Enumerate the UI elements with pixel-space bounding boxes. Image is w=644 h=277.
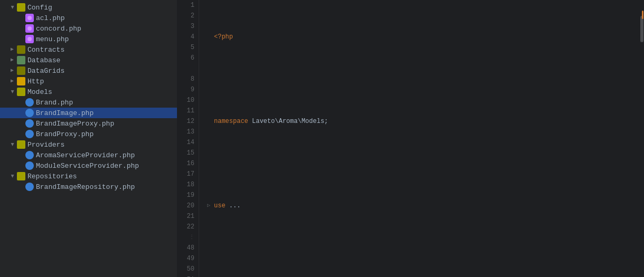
arrow-icon: ▶ <box>8 46 16 53</box>
sidebar-item-label: Config <box>27 4 52 12</box>
sidebar-item-label: BrandImageProxy.php <box>36 120 114 128</box>
sidebar-item-database[interactable]: ▶ Database <box>0 55 177 65</box>
folder-icon <box>17 56 25 64</box>
code-line: <?php <box>204 32 634 42</box>
sidebar-item-models[interactable]: ▶ Models <box>0 87 177 97</box>
file-icon <box>25 130 34 138</box>
sidebar-item-label: Models <box>27 88 52 96</box>
file-icon <box>25 161 34 170</box>
code-content[interactable]: <?php namespace Laveto\Aroma\Models; ▷ u… <box>199 0 640 277</box>
file-icon <box>25 109 34 117</box>
php-icon <box>25 35 34 43</box>
sidebar-item-label: AromaServiceProvider.php <box>36 151 135 159</box>
code-line <box>204 158 634 169</box>
sidebar-item-brandimagerepository[interactable]: ▶ BrandImageRepository.php <box>0 182 177 192</box>
folder-icon <box>17 77 25 85</box>
sidebar-item-brandimageproxy[interactable]: ▶ BrandImageProxy.php <box>0 118 177 129</box>
code-line <box>204 74 634 84</box>
sidebar-item-label: BrandProxy.php <box>36 130 94 138</box>
sidebar-item-label: acl.php <box>36 14 65 22</box>
arrow-icon: ▶ <box>8 67 16 74</box>
arrow-icon: ▶ <box>8 78 16 85</box>
sidebar-item-providers[interactable]: ▶ Providers <box>0 139 177 150</box>
file-icon <box>25 98 34 107</box>
sidebar-item-repositories[interactable]: ▶ Repositories <box>0 171 177 182</box>
gutter <box>204 244 213 252</box>
folder-icon <box>17 66 25 75</box>
sidebar-item-datagrids[interactable]: ▶ DataGrids <box>0 65 177 76</box>
folder-icon <box>17 172 25 180</box>
gutter <box>204 159 213 168</box>
gutter <box>204 117 213 126</box>
php-icon <box>25 24 34 33</box>
sidebar-item-aromaserviceprovider[interactable]: ▶ AromaServiceProvider.php <box>0 150 177 160</box>
code-line: namespace Laveto\Aroma\Models; <box>204 116 634 127</box>
sidebar-item-moduleserviceprovider[interactable]: ▶ ModuleServiceProvider.php <box>0 160 177 171</box>
folder-icon <box>17 88 25 96</box>
sidebar-item-label: Repositories <box>27 173 77 180</box>
sidebar-item-config[interactable]: ▶ Config <box>0 2 177 13</box>
sidebar-item-brand[interactable]: ▶ Brand.php <box>0 97 177 108</box>
php-icon <box>25 14 34 22</box>
sidebar-item-label: concord.php <box>36 25 81 33</box>
code-area[interactable]: 1 2 3 4 5 6 8 9 10 11 12 13 14 15 16 17 … <box>177 0 644 277</box>
sidebar-item-label: BrandImageRepository.php <box>36 183 135 191</box>
sidebar-item-label: Http <box>27 78 44 85</box>
line-numbers: 1 2 3 4 5 6 8 9 10 11 12 13 14 15 16 17 … <box>177 0 199 277</box>
sidebar-item-acl[interactable]: ▶ acl.php <box>0 13 177 23</box>
sidebar-item-menu[interactable]: ▶ menu.php <box>0 34 177 44</box>
file-icon <box>25 119 34 128</box>
sidebar-item-brandimage[interactable]: ▶ BrandImage.php <box>0 108 177 118</box>
sidebar-item-label: Providers <box>27 141 64 149</box>
sidebar-item-label: BrandImage.php <box>36 109 94 117</box>
code-line <box>204 243 634 253</box>
gutter: ▷ <box>204 202 213 210</box>
sidebar-item-label: ModuleServiceProvider.php <box>36 162 139 170</box>
sidebar-item-label: Database <box>27 56 60 64</box>
file-icon <box>25 183 34 191</box>
folder-icon <box>17 45 25 54</box>
gutter <box>204 33 213 41</box>
file-icon <box>25 151 34 159</box>
arrow-icon: ▶ <box>8 173 16 180</box>
folder-icon <box>17 3 25 12</box>
sidebar-item-http[interactable]: ▶ Http <box>0 76 177 87</box>
arrow-icon: ▶ <box>8 4 16 11</box>
arrow-icon: ▶ <box>8 141 16 148</box>
scrollbar[interactable] <box>640 0 644 277</box>
sidebar-item-label: menu.php <box>36 35 69 43</box>
file-tree[interactable]: ▶ Config ▶ acl.php ▶ concord.php ▶ menu.… <box>0 0 177 277</box>
code-editor: 1 2 3 4 5 6 8 9 10 11 12 13 14 15 16 17 … <box>177 0 644 277</box>
gutter <box>204 75 213 83</box>
sidebar-item-concord[interactable]: ▶ concord.php <box>0 23 177 34</box>
arrow-icon: ▶ <box>8 88 16 95</box>
arrow-icon: ▶ <box>8 56 16 64</box>
code-line: ▷ use ... <box>204 200 634 211</box>
sidebar-item-contracts[interactable]: ▶ Contracts <box>0 44 177 55</box>
folder-icon <box>17 140 25 149</box>
sidebar-item-label: Contracts <box>27 46 64 54</box>
sidebar-item-label: Brand.php <box>36 99 73 107</box>
sidebar-item-brandproxy[interactable]: ▶ BrandProxy.php <box>0 129 177 139</box>
sidebar-item-label: DataGrids <box>27 67 64 75</box>
